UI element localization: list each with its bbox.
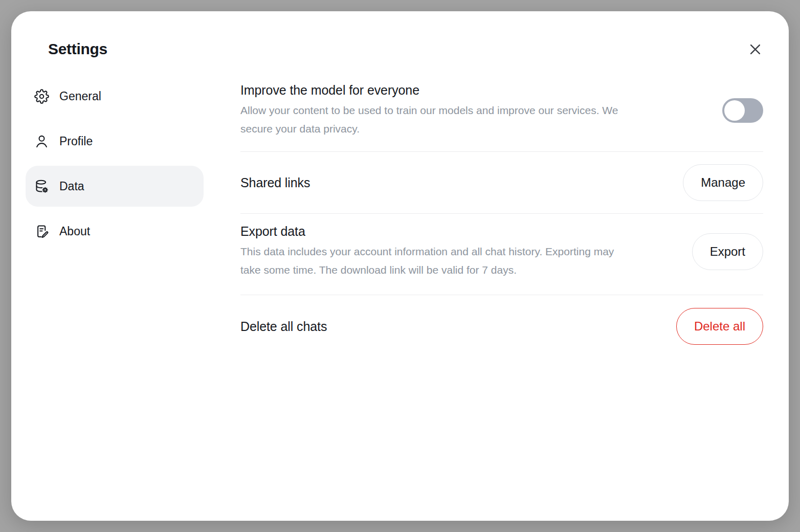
close-button[interactable] xyxy=(744,38,766,60)
export-data-description: This data includes your account informat… xyxy=(240,242,629,279)
sidebar-item-label: Data xyxy=(59,180,84,193)
improve-model-toggle[interactable] xyxy=(722,98,763,123)
toggle-knob xyxy=(724,100,745,121)
delete-chats-row: Delete all chats Delete all xyxy=(240,295,763,358)
improve-model-description: Allow your content to be used to train o… xyxy=(240,101,629,138)
export-button[interactable]: Export xyxy=(692,233,763,270)
settings-sidebar: General Profile xyxy=(26,76,204,252)
dialog-header: Settings xyxy=(11,11,789,60)
sidebar-item-label: General xyxy=(59,90,101,103)
gear-icon xyxy=(34,89,49,104)
manage-button[interactable]: Manage xyxy=(683,164,763,201)
settings-dialog: Settings General xyxy=(11,11,789,521)
export-data-row: Export data This data includes your acco… xyxy=(240,214,763,295)
export-data-title: Export data xyxy=(240,224,677,239)
shared-links-row: Shared links Manage xyxy=(240,152,763,214)
settings-content: Improve the model for everyone Allow you… xyxy=(240,76,763,358)
user-icon xyxy=(34,134,49,149)
export-data-text: Export data This data includes your acco… xyxy=(240,224,677,279)
sidebar-item-about[interactable]: About xyxy=(26,211,204,252)
sidebar-item-label: Profile xyxy=(59,135,93,148)
delete-chats-text: Delete all chats xyxy=(240,319,661,334)
sidebar-item-profile[interactable]: Profile xyxy=(26,121,204,162)
sidebar-item-label: About xyxy=(59,225,90,238)
improve-model-row: Improve the model for everyone Allow you… xyxy=(240,76,763,152)
dialog-body: General Profile xyxy=(11,76,789,358)
shared-links-title: Shared links xyxy=(240,175,668,190)
shared-links-text: Shared links xyxy=(240,175,668,190)
database-gear-icon xyxy=(34,179,49,194)
close-icon xyxy=(747,41,763,57)
sidebar-item-general[interactable]: General xyxy=(26,76,204,117)
sidebar-item-data[interactable]: Data xyxy=(26,166,204,207)
improve-model-text: Improve the model for everyone Allow you… xyxy=(240,83,707,138)
delete-chats-title: Delete all chats xyxy=(240,319,661,334)
improve-model-title: Improve the model for everyone xyxy=(240,83,707,98)
delete-all-button[interactable]: Delete all xyxy=(676,308,763,345)
dialog-title: Settings xyxy=(48,40,107,58)
document-pencil-icon xyxy=(34,224,49,239)
